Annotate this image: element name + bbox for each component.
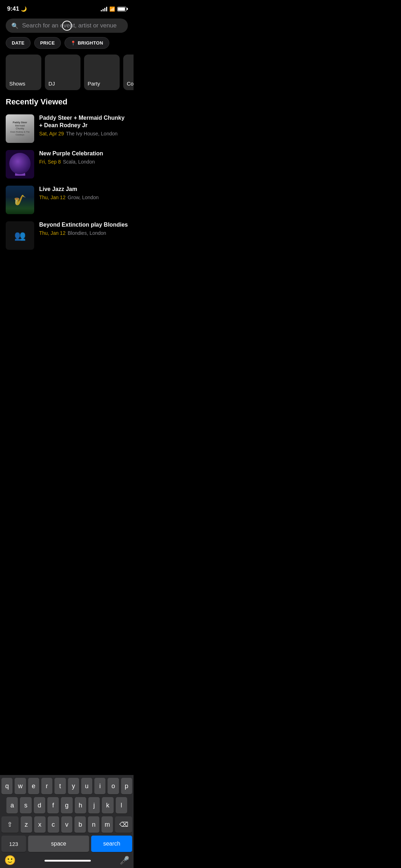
event-venue: Blondies, London (68, 230, 106, 236)
event-date: Thu, Jan 12 (39, 195, 66, 200)
event-venue: Grow, London (68, 195, 99, 200)
event-info: Beyond Extinction play Blondies Thu, Jan… (39, 221, 128, 236)
battery-icon (117, 7, 126, 11)
event-info: Live Jazz Jam Thu, Jan 12 Grow, London (39, 186, 128, 200)
event-info: Paddy Steer + Mermaid Chunky + Dean Rodn… (39, 114, 128, 136)
category-dj[interactable]: DJ (45, 55, 80, 90)
event-info: New Purple Celebration Fri, Sep 8 Scala,… (39, 150, 128, 165)
event-title: Live Jazz Jam (39, 186, 128, 193)
categories-scroll: Shows DJ Party Comedy Talk (0, 55, 134, 97)
filter-date[interactable]: DATE (6, 37, 31, 49)
status-bar: 9:41 🌙 📶 (0, 0, 134, 16)
list-item[interactable]: 👥 Beyond Extinction play Blondies Thu, J… (0, 218, 134, 253)
event-title: New Purple Celebration (39, 150, 128, 157)
location-pin-icon: 📍 (71, 41, 76, 46)
event-thumbnail: 👥 (6, 221, 34, 250)
category-comedy[interactable]: Comedy (123, 55, 134, 90)
category-label: DJ (48, 81, 55, 87)
filter-location[interactable]: 📍 BRIGHTON (64, 37, 109, 49)
event-title: Beyond Extinction play Blondies (39, 221, 128, 229)
event-venue: The Ivy House, London (66, 131, 118, 136)
event-title: Paddy Steer + Mermaid Chunky + Dean Rodn… (39, 114, 128, 129)
list-item[interactable]: ♟ New Purple Celebration Fri, Sep 8 Scal… (0, 146, 134, 182)
status-time: 9:41 (7, 5, 19, 12)
signal-icon (101, 6, 107, 11)
search-bar[interactable]: 🔍 Search for an event, artist or venue (6, 19, 128, 33)
status-icons: 📶 (101, 6, 126, 12)
event-list: Paddy Steer Mermaid Chunky Dean Rodney &… (0, 111, 134, 253)
list-item[interactable]: 🎷 Live Jazz Jam Thu, Jan 12 Grow, London (0, 182, 134, 218)
filter-price[interactable]: PRICE (34, 37, 61, 49)
event-date: Fri, Sep 8 (39, 159, 61, 165)
category-shows[interactable]: Shows (6, 55, 41, 90)
search-container: 🔍 Search for an event, artist or venue (0, 16, 134, 37)
wifi-icon: 📶 (109, 6, 115, 12)
search-input[interactable]: Search for an event, artist or venue (22, 22, 122, 29)
event-thumbnail: Paddy Steer Mermaid Chunky Dean Rodney &… (6, 114, 34, 143)
moon-icon: 🌙 (21, 6, 27, 12)
event-venue: Scala, London (63, 159, 95, 165)
category-label: Party (88, 81, 100, 87)
category-party[interactable]: Party (84, 55, 120, 90)
filter-row: DATE PRICE 📍 BRIGHTON (0, 37, 134, 55)
category-label: Comedy (127, 81, 134, 87)
event-date: Sat, Apr 29 (39, 131, 64, 136)
event-date: Thu, Jan 12 (39, 230, 66, 236)
list-item[interactable]: Paddy Steer Mermaid Chunky Dean Rodney &… (0, 111, 134, 146)
recently-viewed-title: Recently Viewed (0, 97, 134, 111)
event-thumbnail: ♟ (6, 150, 34, 179)
search-icon: 🔍 (11, 22, 19, 29)
cursor-ring (62, 21, 72, 31)
event-thumbnail: 🎷 (6, 186, 34, 214)
category-label: Shows (9, 81, 25, 87)
